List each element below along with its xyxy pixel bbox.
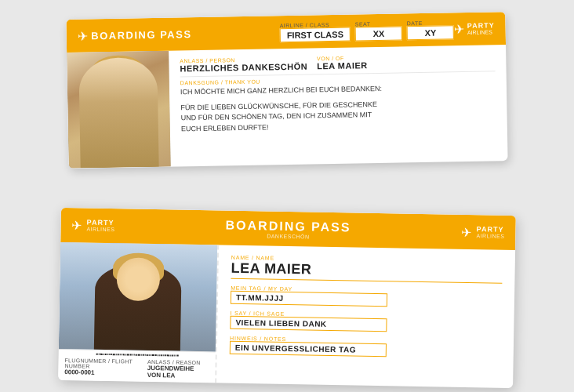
logo-brand-name: PARTY — [467, 22, 495, 30]
back-photo — [67, 51, 171, 169]
airline-class-field: AIRLINE / CLASS FIRST CLASS — [280, 21, 351, 42]
logo-left-sub: AIRLINES — [86, 227, 114, 233]
anlass-row: ANLASS / PERSON HERZLICHES DANKESCHÖN VO… — [180, 53, 495, 77]
back-card: ✈ BOARDING PASS AIRLINE / CLASS FIRST CL… — [66, 12, 507, 169]
von-value: LEA MAIER — [317, 60, 368, 71]
note-field: HINWEIS / NOTES EIN UNVERGESSLICHER TAG — [230, 336, 501, 359]
logo-right-name: PARTY — [477, 226, 505, 234]
seat-value: XX — [355, 26, 402, 41]
note-value: EIN UNVERGESSLICHER TAG — [230, 341, 387, 357]
header-fields: AIRLINE / CLASS FIRST CLASS SEAT XX DATE… — [280, 20, 455, 42]
plane-icon-front-left: ✈ — [71, 218, 82, 233]
date-value: XY — [407, 25, 454, 40]
barcode-section: FLUGNUMMER / FLIGHT NUMBER 0000-0001 ANL… — [58, 349, 216, 383]
front-right-section: NAME / NAME LEA MAIER MEIN TAG / MY DAY … — [215, 245, 515, 388]
plane-icon-front-right: ✈ — [461, 224, 471, 239]
say-field: I SAY / ICH SAGE VIELEN LIEBEN DANK — [230, 310, 501, 334]
logo-right-sub: AIRLINES — [476, 234, 504, 240]
front-card: ✈ PARTY AIRLINES BOARDING PASS DANKESCHÖ… — [58, 208, 516, 388]
name-field: NAME / NAME LEA MAIER — [231, 255, 502, 284]
date-front-field: MEIN TAG / MY DAY TT.MM.JJJJ — [231, 285, 502, 309]
plane-icon-right: ✈ — [454, 22, 464, 37]
back-content: ANLASS / PERSON HERZLICHES DANKESCHÖN VO… — [169, 45, 508, 166]
say-value: VIELEN LIEBEN DANK — [230, 316, 387, 332]
logo-left-name: PARTY — [87, 219, 115, 227]
back-card-body: ANLASS / PERSON HERZLICHES DANKESCHÖN VO… — [67, 45, 507, 169]
boarding-pass-label: BOARDING PASS — [91, 27, 280, 42]
header-logo-right: ✈ PARTY AIRLINES — [454, 21, 495, 37]
danksagung-field: DANKSGUNG / THANK YOU ICH MÖCHTE MICH GA… — [180, 74, 496, 98]
body-text: FÜR DIE LIEBEN GLÜCKWÜNSCHE, FÜR DIE GES… — [180, 97, 496, 135]
front-photo — [59, 242, 217, 351]
front-card-body: FLUGNUMMER / FLIGHT NUMBER 0000-0001 ANL… — [58, 242, 515, 388]
anlass-barcode-value: JUGENDWEIHE VON LEA — [147, 365, 209, 379]
date-front-value: TT.MM.JJJJ — [231, 291, 387, 307]
name-value: LEA MAIER — [231, 260, 502, 284]
anlass-field: ANLASS / PERSON HERZLICHES DANKESCHÖN — [180, 56, 307, 74]
barcode-bars — [96, 354, 178, 357]
photo-body — [78, 57, 158, 169]
logo-brand-sub: AIRLINES — [467, 30, 495, 36]
seat-field: SEAT XX — [355, 20, 402, 41]
logo-right: ✈ PARTY AIRLINES — [396, 223, 504, 240]
logo-left: ✈ PARTY AIRLINES — [71, 218, 180, 234]
class-value: FIRST CLASS — [280, 27, 351, 42]
front-left-section: FLUGNUMMER / FLIGHT NUMBER 0000-0001 ANL… — [58, 242, 217, 383]
von-field: VON / OF LEA MAIER — [317, 55, 368, 71]
front-header-center: BOARDING PASS DANKESCHÖN — [180, 217, 396, 241]
plane-icon-left: ✈ — [78, 28, 88, 43]
date-field: DATE XY — [407, 20, 454, 40]
flight-number: 0000-0001 — [64, 368, 141, 377]
anlass-value: HERZLICHES DANKESCHÖN — [180, 62, 307, 74]
